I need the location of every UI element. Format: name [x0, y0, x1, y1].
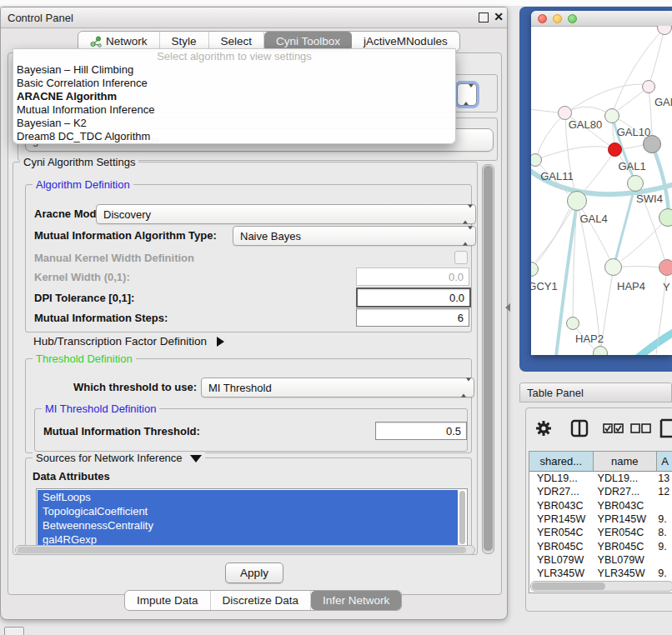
node-label: SWI4 [636, 192, 663, 205]
dropdown-item[interactable]: Bayesian – K2 [13, 117, 455, 130]
dpi-tolerance-value: 0.0 [449, 292, 464, 304]
settings-v-scrollbar-thumb[interactable] [484, 166, 493, 551]
network-node[interactable] [627, 175, 644, 192]
dropdown-hint: Select algorithm to view settings [13, 49, 455, 63]
network-node[interactable] [604, 108, 619, 123]
hub-definition-toggle[interactable]: Hub/Transcription Factor Definition [33, 335, 224, 348]
node-label: GAL11 [540, 170, 574, 182]
sources-title[interactable]: Sources for Network Inference [33, 452, 205, 464]
list-item[interactable]: TopologicalCoefficient [38, 504, 458, 518]
hub-definition-label: Hub/Transcription Factor Definition [33, 335, 207, 348]
node-label: GAL80 [569, 118, 602, 131]
gear-icon[interactable] [535, 420, 552, 437]
table-row[interactable]: YDR27...YDR27...12 [529, 485, 672, 498]
screen: { "control_panel": { "title": "Control P… [0, 0, 672, 635]
table-row[interactable]: YDL19...YDL19...13 [529, 472, 672, 485]
threshold-definition-group: Threshold Definition Which threshold to … [25, 358, 472, 453]
control-panel-window: Control Panel ✕ Network Style Select Cyn… [0, 7, 508, 620]
mac-close-icon[interactable] [538, 14, 547, 23]
splitter-collapse-icon[interactable] [505, 303, 510, 312]
mi-threshold-definition-title: MI Threshold Definition [42, 402, 159, 415]
network-node-red[interactable] [608, 142, 622, 157]
mi-type-value: Naive Bayes [240, 230, 301, 242]
column-header-partial[interactable]: A [657, 452, 672, 472]
list-scrollbar-thumb[interactable] [459, 491, 465, 544]
dropdown-item[interactable]: Basic Correlation Inference [13, 77, 455, 90]
network-window[interactable]: GAL GAL80 GAL10 GAL1 GAL11 SWI4 GAL4 GCY… [531, 11, 672, 355]
list-item[interactable]: SelfLoops [38, 490, 458, 504]
node-label: GCY1 [531, 280, 558, 292]
algorithm-combo-stepper[interactable] [457, 83, 477, 106]
stepper-arrows-icon [464, 88, 470, 102]
table-row[interactable]: YER054CYER054C8. [529, 526, 672, 539]
control-panel-title: Control Panel [8, 12, 73, 24]
tab-infer-network-label: Infer Network [323, 594, 389, 607]
network-node[interactable] [642, 80, 655, 93]
list-item[interactable]: BetweennessCentrality [38, 518, 458, 532]
mi-threshold-field[interactable]: 0.5 [375, 422, 467, 440]
mi-threshold-label: Mutual Information Threshold: [43, 425, 200, 438]
network-node[interactable] [567, 191, 587, 211]
manual-kernel-checkbox[interactable] [454, 251, 468, 264]
data-attributes-label: Data Attributes [33, 470, 110, 482]
stepper-arrows-icon [461, 382, 468, 394]
table-toolbar [526, 408, 672, 448]
tab-infer-network[interactable]: Infer Network [311, 591, 401, 610]
settings-h-scrollbar[interactable] [15, 545, 475, 555]
network-panel-frame: GAL GAL80 GAL10 GAL1 GAL11 SWI4 GAL4 GCY… [519, 7, 672, 372]
table-h-scrollbar-thumb[interactable] [532, 582, 605, 590]
dropdown-item-selected[interactable]: ARACNE Algorithm [13, 90, 455, 103]
apply-button[interactable]: Apply [225, 562, 283, 583]
dropdown-item[interactable]: Bayesian – Hill Climbing [13, 63, 455, 77]
dropdown-item[interactable]: Mutual Information Inference [13, 103, 455, 117]
table-row[interactable]: YPR145WYPR145W9. [529, 512, 672, 526]
which-threshold-combo[interactable]: MI Threshold [201, 378, 474, 398]
mac-minimize-icon[interactable] [553, 14, 562, 23]
control-panel-titlebar[interactable]: Control Panel ✕ [1, 8, 507, 28]
settings-h-scrollbar-thumb[interactable] [18, 547, 466, 553]
dropdown-item[interactable]: Dream8 DC_TDC Algorithm [13, 130, 455, 143]
network-node[interactable] [659, 208, 672, 227]
float-icon[interactable] [479, 12, 489, 22]
column-header-shared-name[interactable]: shared... [529, 452, 594, 472]
network-window-titlebar[interactable] [531, 11, 672, 27]
table-panel-title: Table Panel [527, 387, 584, 399]
checked-columns-icon[interactable] [603, 423, 624, 433]
table-h-scrollbar[interactable] [530, 581, 672, 592]
table-row[interactable]: YBR043CYBR043C [529, 499, 672, 512]
top-strip [0, 0, 672, 6]
network-node[interactable] [604, 258, 622, 276]
network-node[interactable] [566, 317, 579, 330]
network-node-salmon[interactable] [659, 259, 672, 276]
aracne-mode-combo[interactable]: Discovery [96, 204, 476, 224]
tab-cyni-toolbox-label: Cyni Toolbox [276, 35, 340, 48]
network-node[interactable] [593, 346, 608, 355]
data-attributes-list[interactable]: SelfLoops TopologicalCoefficient Between… [36, 488, 468, 549]
mac-zoom-icon[interactable] [568, 14, 577, 23]
apply-button-label: Apply [240, 567, 268, 579]
tab-impute-data[interactable]: Impute Data [125, 591, 211, 610]
columns-icon[interactable] [570, 419, 589, 438]
settings-v-scrollbar[interactable] [482, 164, 494, 554]
kernel-width-field[interactable]: 0.0 [356, 268, 469, 286]
table-row[interactable]: YBL079WYBL079W [529, 553, 672, 567]
export-table-icon[interactable] [659, 418, 672, 439]
column-header-name[interactable]: name [594, 452, 658, 472]
tab-discretize-data[interactable]: Discretize Data [211, 591, 312, 610]
expanded-arrow-icon [190, 455, 202, 462]
node-label: Y [663, 281, 670, 293]
dpi-tolerance-field[interactable]: 0.0 [356, 288, 471, 308]
attribute-selection: SelfLoops TopologicalCoefficient Between… [38, 490, 458, 548]
table-panel-titlebar[interactable]: Table Panel [519, 382, 672, 402]
close-icon[interactable]: ✕ [494, 10, 504, 23]
threshold-definition-title: Threshold Definition [33, 352, 136, 365]
mi-type-combo[interactable]: Naive Bayes [233, 226, 476, 246]
collapsed-panel-icon[interactable] [4, 627, 24, 635]
table-row[interactable]: YBR045CYBR045C9. [529, 539, 672, 552]
node-table[interactable]: shared... name A YDL19...YDL19...13 YDR2… [529, 451, 672, 593]
mi-steps-field[interactable]: 6 [356, 308, 469, 327]
table-row[interactable]: YLR345WYLR345W9. [529, 567, 672, 580]
unchecked-columns-icon[interactable] [630, 423, 652, 433]
network-canvas[interactable]: GAL GAL80 GAL10 GAL1 GAL11 SWI4 GAL4 GCY… [531, 26, 672, 355]
collapsed-arrow-icon [217, 337, 224, 347]
